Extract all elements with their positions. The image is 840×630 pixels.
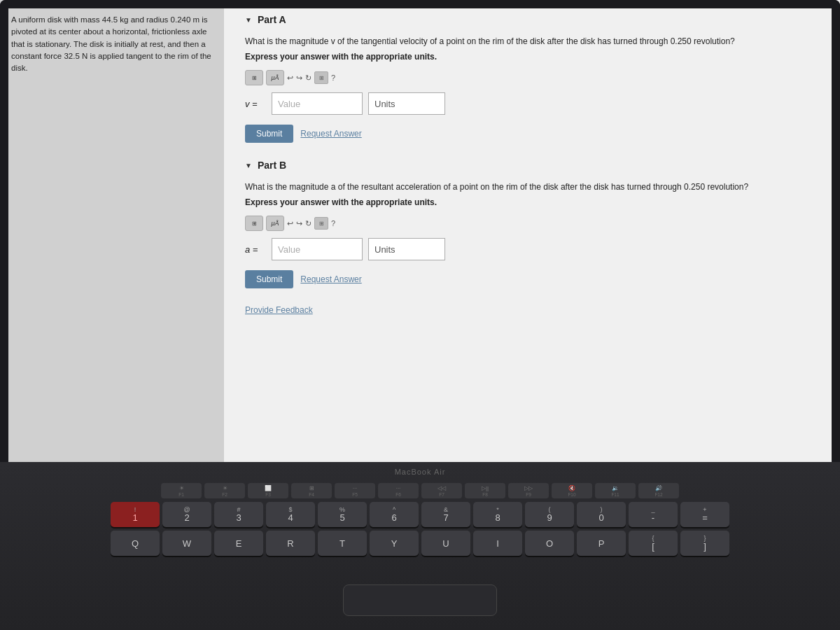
part-a-units-text: Units [374,99,396,109]
provide-feedback-link[interactable]: Provide Feedback [245,305,819,315]
part-b-section: ▼ Part B What is the magnitude a of the … [245,160,819,288]
part-a-buttons-row: Submit Request Answer [245,125,819,143]
toolbar-group-b: ⊞ μÅ [245,216,284,231]
key-close-bracket[interactable]: } ] [680,531,729,556]
key-open-bracket[interactable]: { [ [629,531,678,556]
part-b-title: Part B [258,160,286,171]
part-b-question: What is the magnitude a of the resultant… [245,181,819,193]
fn-key-f6[interactable]: ···F6 [378,483,419,498]
part-a-toolbar: ⊞ μÅ ↩ ↪ ↻ ⊞ ? [245,70,819,85]
part-a-answer-row: v = Value Units [245,92,819,115]
fn-key-row: ☀F1 ☀F2 ⬜F3 ⊞F4 ···F5 ···F6 ◁◁F7 ▷||F8 ▷… [0,483,840,498]
laptop-body: A uniform disk with mass 44.5 kg and rad… [0,0,840,630]
help-icon-a[interactable]: ? [331,74,335,82]
toolbar-group-a: ⊞ μÅ [245,70,284,85]
key-6[interactable]: ^ 6 [370,502,419,527]
toolbar-mu-btn-a[interactable]: μÅ [266,70,284,85]
macbook-brand-label: MacBook Air [395,468,446,476]
left-panel: A uniform disk with mass 44.5 kg and rad… [0,0,224,462]
part-a-title: Part A [258,14,286,25]
toolbar-matrix-btn-a[interactable]: ⊞ [245,70,263,85]
fn-key-f9[interactable]: ▷▷F9 [508,483,549,498]
part-a-express: Express your answer with the appropriate… [245,52,819,62]
key-w[interactable]: W [162,531,211,556]
key-u[interactable]: U [421,531,470,556]
number-key-row: ! 1 @ 2 # 3 $ 4 % 5 ^ 6 [0,502,840,527]
trackpad[interactable] [343,584,497,616]
key-3[interactable]: # 3 [214,502,263,527]
part-b-value-input[interactable]: Value [272,238,363,260]
toolbar-separator-a: ⊞ [314,71,328,84]
redo-icon-b[interactable]: ↪ [296,219,302,228]
fn-key-f7[interactable]: ◁◁F7 [421,483,462,498]
key-q[interactable]: Q [111,531,160,556]
fn-key-f5[interactable]: ···F5 [335,483,375,498]
part-b-units-text: Units [374,244,396,255]
redo-icon-a[interactable]: ↪ [296,74,302,83]
keyboard-area: MacBook Air ☀F1 ☀F2 ⬜F3 ⊞F4 ···F5 ···F6 … [0,462,840,630]
part-b-toolbar: ⊞ μÅ ↩ ↪ ↻ ⊞ ? [245,216,819,231]
part-b-buttons-row: Submit Request Answer [245,270,819,288]
part-b-variable-label: a = [245,244,266,255]
key-2[interactable]: @ 2 [162,502,211,527]
key-r[interactable]: R [266,531,315,556]
key-e[interactable]: E [214,531,263,556]
key-t[interactable]: T [318,531,367,556]
key-minus[interactable]: _ - [629,502,678,527]
part-a-submit-button[interactable]: Submit [245,125,293,143]
toolbar-matrix-btn-b[interactable]: ⊞ [245,216,263,231]
key-p[interactable]: P [577,531,626,556]
part-b-answer-row: a = Value Units [245,238,819,260]
fn-key-f11[interactable]: 🔉F11 [595,483,636,498]
key-1[interactable]: ! 1 [111,502,160,527]
key-equals[interactable]: + = [680,502,729,527]
toolbar-mu-btn-b[interactable]: μÅ [266,216,284,231]
right-panel: ▼ Part A What is the magnitude v of the … [224,0,840,462]
key-4[interactable]: $ 4 [266,502,315,527]
screen-area: A uniform disk with mass 44.5 kg and rad… [0,0,840,462]
fn-key-f1[interactable]: ☀F1 [161,483,202,498]
help-icon-b[interactable]: ? [331,219,335,227]
fn-key-f12[interactable]: 🔊F12 [638,483,679,498]
refresh-icon-a[interactable]: ↻ [305,74,312,83]
part-b-express: Express your answer with the appropriate… [245,197,819,207]
part-a-value-placeholder: Value [278,99,300,109]
part-a-value-input[interactable]: Value [272,92,363,115]
key-y[interactable]: Y [370,531,419,556]
fn-key-f10[interactable]: 🔇F10 [552,483,592,498]
chevron-down-icon: ▼ [245,16,252,24]
part-a-request-answer-link[interactable]: Request Answer [300,129,361,139]
fn-key-f2[interactable]: ☀F2 [204,483,245,498]
problem-statement: A uniform disk with mass 44.5 kg and rad… [11,14,213,74]
qwerty-row: Q W E R T Y U I O P { [ } ] [0,531,840,556]
key-5[interactable]: % 5 [318,502,367,527]
part-b-request-answer-link[interactable]: Request Answer [300,274,361,284]
chevron-down-icon-b: ▼ [245,162,252,169]
key-9[interactable]: ( 9 [525,502,574,527]
part-a-section: ▼ Part A What is the magnitude v of the … [245,14,819,143]
key-0[interactable]: ) 0 [577,502,626,527]
undo-icon-a[interactable]: ↩ [287,74,293,83]
fn-key-f3[interactable]: ⬜F3 [248,483,288,498]
part-a-units-box[interactable]: Units [368,92,445,115]
fn-key-f4[interactable]: ⊞F4 [291,483,332,498]
toolbar-separator-b: ⊞ [314,217,328,230]
part-b-header: ▼ Part B [245,160,819,171]
undo-icon-b[interactable]: ↩ [287,219,293,228]
key-8[interactable]: * 8 [473,502,522,527]
part-a-variable-label: v = [245,99,266,109]
refresh-icon-b[interactable]: ↻ [305,219,312,228]
fn-key-f8[interactable]: ▷||F8 [465,483,505,498]
key-7[interactable]: & 7 [421,502,470,527]
part-b-units-box[interactable]: Units [368,238,445,260]
part-b-submit-button[interactable]: Submit [245,270,293,288]
part-b-value-placeholder: Value [278,244,300,255]
key-i[interactable]: I [473,531,522,556]
key-o[interactable]: O [525,531,574,556]
part-a-question: What is the magnitude v of the tangentia… [245,35,819,48]
part-a-header: ▼ Part A [245,14,819,25]
